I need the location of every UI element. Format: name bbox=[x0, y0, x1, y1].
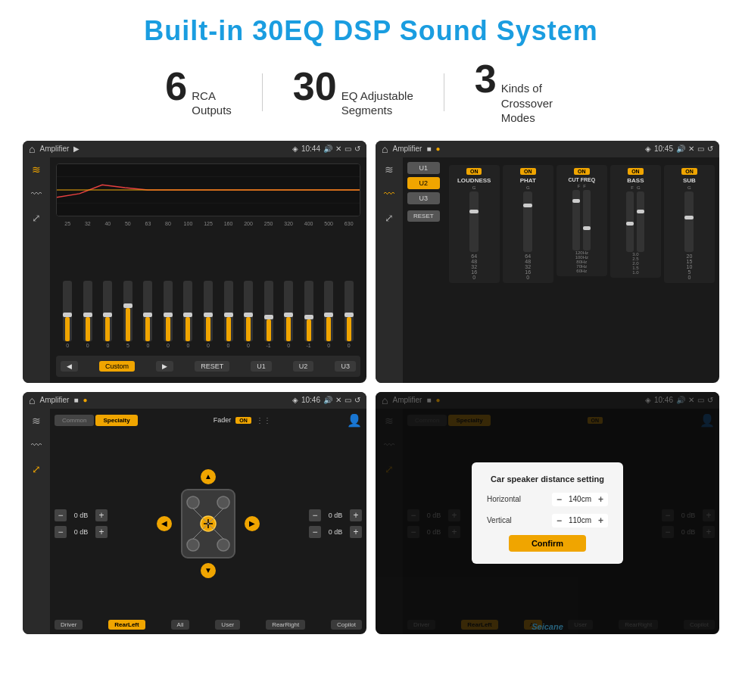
custom-btn[interactable]: Custom bbox=[99, 361, 135, 372]
vol-row-bl: − 0 dB + bbox=[55, 526, 108, 538]
slider-15[interactable]: 0 bbox=[338, 281, 359, 348]
volume-icon-3[interactable]: 🔊 bbox=[323, 396, 332, 404]
car-diagram bbox=[178, 486, 238, 562]
vol-bl-plus[interactable]: + bbox=[95, 526, 108, 538]
u2-btn-1[interactable]: U2 bbox=[293, 361, 314, 372]
slider-4[interactable]: 5 bbox=[118, 281, 139, 348]
common-tab[interactable]: Common bbox=[55, 415, 94, 426]
slider-9[interactable]: 0 bbox=[218, 281, 238, 348]
screen-amp: ⌂ Amplifier ■ ● ◈ 10:45 🔊 ✕ ▭ ↺ ≋ 〰 bbox=[376, 141, 719, 383]
back-icon-2[interactable]: ↺ bbox=[707, 145, 713, 153]
zone-driver[interactable]: Driver bbox=[55, 620, 83, 630]
vol-tl-minus[interactable]: − bbox=[55, 509, 67, 521]
wave-icon-1[interactable]: 〰 bbox=[31, 188, 42, 200]
horizontal-plus[interactable]: + bbox=[598, 494, 603, 505]
slider-3[interactable]: 0 bbox=[98, 281, 118, 348]
reset-btn-2[interactable]: RESET bbox=[407, 210, 440, 222]
vol-tl-plus[interactable]: + bbox=[95, 509, 108, 521]
volume-icon-2[interactable]: 🔊 bbox=[676, 145, 685, 153]
slider-1[interactable]: 0 bbox=[58, 281, 78, 348]
freq-250: 250 bbox=[258, 221, 279, 226]
u3-btn-1[interactable]: U3 bbox=[335, 361, 356, 372]
zone-user[interactable]: User bbox=[215, 620, 240, 630]
u1-btn-1[interactable]: U1 bbox=[251, 361, 272, 372]
vol-bl-minus[interactable]: − bbox=[55, 526, 67, 538]
reset-btn-1[interactable]: RESET bbox=[195, 361, 229, 372]
slider-6[interactable]: 0 bbox=[158, 281, 179, 348]
dialog-horizontal-row: Horizontal − 140cm + bbox=[487, 493, 608, 506]
expand-icon-2[interactable]: ⤢ bbox=[385, 212, 394, 224]
slider-2[interactable]: 0 bbox=[78, 281, 98, 348]
expand-icon-1[interactable]: ⤢ bbox=[32, 212, 41, 224]
back-icon-1[interactable]: ↺ bbox=[354, 145, 360, 153]
fader-left-btn[interactable]: ◀ bbox=[157, 516, 172, 531]
dialog-title: Car speaker distance setting bbox=[487, 474, 608, 484]
slider-14[interactable]: 0 bbox=[319, 281, 339, 348]
screen-eq: ⌂ Amplifier ▶ ◈ 10:44 🔊 ✕ ▭ ↺ ≋ 〰 ⤢ bbox=[23, 141, 366, 383]
fader-up-btn[interactable]: ▲ bbox=[201, 469, 216, 484]
slider-10[interactable]: 0 bbox=[238, 281, 259, 348]
slider-7[interactable]: 0 bbox=[178, 281, 198, 348]
vol-tr-plus[interactable]: + bbox=[350, 509, 362, 521]
zone-rearleft[interactable]: RearLeft bbox=[108, 620, 145, 630]
vol-tr-minus[interactable]: − bbox=[309, 509, 321, 521]
play-btn[interactable]: ▶ bbox=[156, 361, 173, 372]
vol-br-minus[interactable]: − bbox=[309, 526, 321, 538]
window-icon-3[interactable]: ▭ bbox=[344, 396, 351, 404]
close-icon-3[interactable]: ✕ bbox=[335, 396, 341, 404]
fader-on-badge[interactable]: ON bbox=[235, 417, 251, 424]
u3-btn[interactable]: U3 bbox=[407, 192, 440, 204]
sub-on-btn[interactable]: ON bbox=[681, 168, 697, 175]
window-icon-2[interactable]: ▭ bbox=[697, 145, 704, 153]
vertical-minus[interactable]: − bbox=[556, 515, 562, 526]
freq-labels: 25 32 40 50 63 80 100 125 160 200 250 32… bbox=[56, 221, 360, 226]
close-icon-2[interactable]: ✕ bbox=[688, 145, 694, 153]
eq-icon-1[interactable]: ≋ bbox=[32, 163, 41, 176]
vol-br-plus[interactable]: + bbox=[350, 526, 362, 538]
volume-icon-1[interactable]: 🔊 bbox=[323, 145, 332, 153]
eq-icon-3[interactable]: ≋ bbox=[32, 415, 41, 427]
back-icon-3[interactable]: ↺ bbox=[354, 396, 360, 404]
stat-crossover: 3 Kinds of Crossover Modes bbox=[444, 59, 607, 126]
zone-rearright[interactable]: RearRight bbox=[266, 620, 305, 630]
confirm-button[interactable]: Confirm bbox=[509, 535, 586, 552]
home-icon-2[interactable]: ⌂ bbox=[382, 143, 388, 155]
sub-label: SUB bbox=[683, 177, 696, 184]
slider-12[interactable]: 0 bbox=[279, 281, 299, 348]
specialty-tab[interactable]: Specialty bbox=[95, 415, 137, 426]
eq-bottom-bar: ◀ Custom ▶ RESET U1 U2 U3 bbox=[56, 356, 360, 377]
fader-label: Fader bbox=[214, 416, 232, 424]
wave-icon-3[interactable]: 〰 bbox=[31, 439, 42, 451]
horizontal-minus[interactable]: − bbox=[556, 494, 562, 505]
loudness-on-btn[interactable]: ON bbox=[466, 168, 482, 175]
window-icon-1[interactable]: ▭ bbox=[344, 145, 351, 153]
screen2-sidebar: ≋ 〰 ⤢ bbox=[376, 157, 403, 383]
fader-toggle[interactable]: ⋮⋮ bbox=[256, 416, 271, 425]
bass-on-btn[interactable]: ON bbox=[628, 168, 644, 175]
zone-copilot[interactable]: Copilot bbox=[331, 620, 362, 630]
home-icon-1[interactable]: ⌂ bbox=[29, 143, 35, 155]
cutfreq-on-btn[interactable]: ON bbox=[574, 168, 590, 175]
zone-all[interactable]: All bbox=[171, 620, 190, 630]
phat-on-btn[interactable]: ON bbox=[520, 168, 536, 175]
close-icon-1[interactable]: ✕ bbox=[335, 145, 341, 153]
wave-icon-2[interactable]: 〰 bbox=[384, 188, 394, 200]
amp-main-area: U1 U2 U3 RESET ON LOUDNESS G bbox=[403, 157, 719, 383]
slider-13[interactable]: -1 bbox=[298, 281, 319, 348]
fader-down-btn[interactable]: ▼ bbox=[201, 563, 216, 578]
u2-btn[interactable]: U2 bbox=[407, 177, 440, 189]
slider-11[interactable]: -1 bbox=[258, 281, 279, 348]
slider-8[interactable]: 0 bbox=[198, 281, 219, 348]
u1-btn[interactable]: U1 bbox=[407, 162, 440, 174]
screenshots-grid: ⌂ Amplifier ▶ ◈ 10:44 🔊 ✕ ▭ ↺ ≋ 〰 ⤢ bbox=[23, 141, 719, 634]
slider-5[interactable]: 0 bbox=[138, 281, 158, 348]
fader-right-btn[interactable]: ▶ bbox=[245, 516, 260, 531]
expand-icon-3[interactable]: ⤢ bbox=[32, 463, 41, 475]
vertical-plus[interactable]: + bbox=[598, 515, 603, 526]
user-icon-3[interactable]: 👤 bbox=[347, 413, 362, 428]
prev-btn[interactable]: ◀ bbox=[61, 361, 78, 372]
eq-icon-2[interactable]: ≋ bbox=[385, 163, 394, 176]
home-icon-3[interactable]: ⌂ bbox=[29, 394, 35, 406]
horizontal-val: 140cm bbox=[565, 495, 595, 503]
play-icon-1[interactable]: ▶ bbox=[73, 145, 80, 153]
